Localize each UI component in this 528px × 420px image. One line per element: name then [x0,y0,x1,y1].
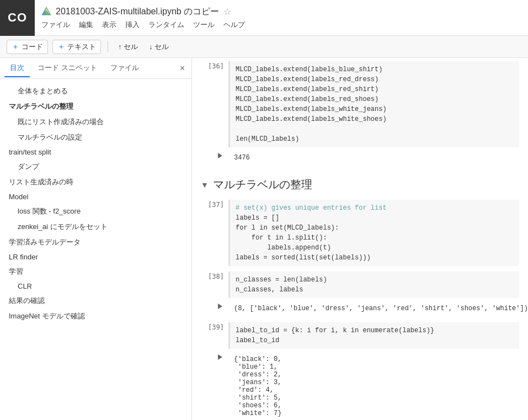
menu-file[interactable]: ファイル [41,20,70,30]
toc-item[interactable]: zenkei_ai にモデルをセット [0,219,191,235]
sidebar: 目次 コード スニペット ファイル × 全体をまとめるマルチラベルの整理既にリス… [0,58,192,420]
plus-icon: ＋ [12,42,19,52]
tab-files[interactable]: ファイル [105,60,145,77]
svg-marker-5 [218,304,222,309]
menu-bar: ファイル 編集 表示 挿入 ランタイム ツール ヘルプ [41,20,528,30]
cell-down-label: ↓ セル [149,42,169,52]
cell-output: (8, ['black', 'blue', 'dress', 'jeans', … [192,301,528,319]
toc-item[interactable]: マルチラベルの設定 [0,130,191,145]
triangle-right-icon [216,353,224,361]
toc-item[interactable]: loss 関数 - f2_score [0,204,191,219]
triangle-right-icon [216,152,224,160]
top-bar: CO 20181003-ZAIS-multilabel.ipynb のコピー ☆… [0,0,528,36]
code-cell: [38]n_classes = len(labels) n_classes, l… [192,269,528,300]
menu-insert[interactable]: 挿入 [125,20,140,30]
output-expand-icon[interactable] [201,353,228,361]
toc-item[interactable]: 既にリスト作成済みの場合 [0,114,191,130]
cell-number: [37] [201,200,228,209]
toc-item[interactable]: リスト生成済みの時 [0,174,191,190]
collapse-triangle[interactable]: ▼ [201,180,209,189]
menu-tools[interactable]: ツール [193,20,215,30]
output-expand-icon[interactable] [201,302,228,310]
star-icon[interactable]: ☆ [223,7,231,17]
output-expand-icon[interactable] [201,152,228,160]
close-icon[interactable]: × [178,61,187,76]
notebook-title: 20181003-ZAIS-multilabel.ipynb のコピー [56,6,219,18]
menu-help[interactable]: ヘルプ [223,20,245,30]
svg-marker-6 [218,354,222,360]
cell-output: {'black': 0, 'blue': 1, 'dress': 2, 'jea… [192,352,528,420]
sidebar-content: 全体をまとめるマルチラベルの整理既にリスト作成済みの場合マルチラベルの設定tra… [0,79,191,420]
tab-toc[interactable]: 目次 [4,60,30,77]
notebook: [36]MLCD_labels.extend(labels_blue_shirt… [192,58,528,420]
cell-code[interactable]: label_to_id = {k: i for i, k in enumerat… [228,322,519,349]
main: 目次 コード スニペット ファイル × 全体をまとめるマルチラベルの整理既にリス… [0,58,528,420]
cell-code[interactable]: MLCD_labels.extend(labels_blue_shirt) ML… [228,61,519,147]
svg-marker-4 [218,153,222,158]
cell-output: 3476 [192,151,528,168]
cell-down-button[interactable]: ↓ セル [146,40,172,54]
toc-item[interactable]: Model [0,190,191,204]
logo: CO [8,10,27,25]
section-heading: ▼ マルチラベルの整理 [192,168,528,196]
toc-item[interactable]: CLR [0,279,191,293]
toc-item[interactable]: 学習済みモデルデータ [0,235,191,250]
tab-snippets[interactable]: コード スニペット [32,60,103,77]
menu-runtime[interactable]: ランタイム [148,20,184,30]
code-cell: [36]MLCD_labels.extend(labels_blue_shirt… [192,59,528,150]
toc-item[interactable]: マルチラベルの整理 [0,99,191,114]
toc-item[interactable]: train/test split [0,145,191,159]
logo-box: CO [0,0,35,36]
cell-number: [36] [201,61,228,70]
title-area: 20181003-ZAIS-multilabel.ipynb のコピー ☆ ファ… [35,6,528,30]
cell-number: [39] [201,322,228,331]
menu-edit[interactable]: 編集 [79,20,93,30]
drive-icon [41,7,51,17]
toc-item[interactable]: ImageNet モデルで確認 [0,309,191,324]
menu-view[interactable]: 表示 [102,20,116,30]
title-row: 20181003-ZAIS-multilabel.ipynb のコピー ☆ [41,6,528,18]
toolbar: ＋ コード ＋ テキスト ↑ セル ↓ セル [0,36,528,58]
cell-code[interactable]: # set(x) gives unique entries for list l… [228,200,519,266]
output-content: 3476 [228,152,255,164]
cell-code[interactable]: n_classes = len(labels) n_classes, label… [228,272,519,298]
cell-number: [38] [201,272,228,280]
toc-item[interactable]: 結果の確認 [0,293,191,309]
section-title: マルチラベルの整理 [213,177,312,192]
plus-icon2: ＋ [57,42,65,52]
toolbar-divider [108,41,108,52]
triangle-right-icon [216,302,224,310]
cell-up-label: ↑ セル [118,42,138,52]
sidebar-tabs: 目次 コード スニペット ファイル × [0,58,191,79]
cell-up-button[interactable]: ↑ セル [115,40,141,54]
code-cell: [39]label_to_id = {k: i for i, k in enum… [192,320,528,351]
toc-item[interactable]: 全体をまとめる [0,83,191,99]
toc-item[interactable]: ダンプ [0,159,191,174]
add-code-button[interactable]: ＋ コード [7,40,48,54]
output-content: (8, ['black', 'blue', 'dress', 'jeans', … [228,302,528,315]
output-content: {'black': 0, 'blue': 1, 'dress': 2, 'jea… [228,353,287,419]
toc-item[interactable]: LR finder [0,250,191,264]
text-label: テキスト [67,42,96,52]
code-cell: [37]# set(x) gives unique entries for li… [192,198,528,268]
add-text-button[interactable]: ＋ テキスト [52,40,101,54]
toc-item[interactable]: 学習 [0,264,191,279]
code-label: コード [22,42,43,52]
